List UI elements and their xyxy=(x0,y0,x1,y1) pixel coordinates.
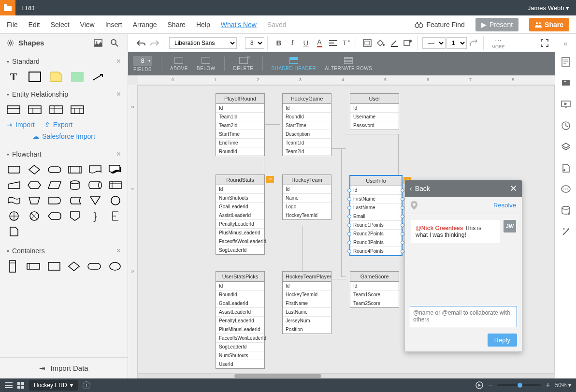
collapse-dock-button[interactable]: « xyxy=(555,37,576,50)
insert-below-button[interactable]: BELOW xyxy=(197,57,216,71)
menu-share[interactable]: Share xyxy=(168,21,186,29)
reply-button[interactable]: Reply xyxy=(488,334,517,347)
table-playoffround[interactable]: PlayoffRound Id Team1Id Team2Id StartTim… xyxy=(216,93,265,156)
zoom-out-button[interactable]: − xyxy=(488,381,492,390)
horizontal-scrollbar[interactable] xyxy=(138,374,555,378)
dock-present-icon[interactable] xyxy=(558,95,574,114)
dock-chat-icon[interactable] xyxy=(558,180,574,199)
shape-manual-input[interactable] xyxy=(7,180,21,190)
location-pin-icon[interactable] xyxy=(411,201,418,210)
shape-doc[interactable] xyxy=(88,164,102,175)
line-width-select[interactable]: 1 px xyxy=(446,37,467,49)
section-flowchart[interactable]: ▾ Flowchart × xyxy=(0,145,128,161)
shape-container-diamond[interactable] xyxy=(68,261,80,272)
table-gamescore[interactable]: GameScore Id Team1Score Team2Score xyxy=(350,271,399,308)
close-icon[interactable]: × xyxy=(116,150,121,159)
pointer-mode-icon[interactable] xyxy=(475,381,483,389)
shape-decision[interactable] xyxy=(27,164,42,175)
shape-sum[interactable] xyxy=(27,211,42,221)
import-data-button[interactable]: ⇥ Import Data xyxy=(0,357,128,378)
shape-lane-h[interactable] xyxy=(27,261,40,272)
search-icon[interactable] xyxy=(108,37,121,49)
shape-er-1[interactable] xyxy=(7,104,20,115)
dock-history-icon[interactable] xyxy=(558,116,574,135)
import-link[interactable]: ⇥Import xyxy=(7,121,35,129)
dock-data-icon[interactable] xyxy=(558,159,574,178)
fill-button[interactable] xyxy=(374,37,387,49)
section-er[interactable]: ▾ Entity Relationship × xyxy=(0,85,128,102)
shape-container-rect[interactable] xyxy=(48,261,60,272)
menu-edit[interactable]: Edit xyxy=(29,21,40,29)
table-userinfo[interactable]: ❝ UserInfo Id FirstName LastName Email R… xyxy=(350,175,402,256)
menu-arrange[interactable]: Arrange xyxy=(133,21,157,29)
shape-er-2[interactable] xyxy=(28,104,42,115)
menu-select[interactable]: Select xyxy=(51,21,70,29)
table-hockeygame[interactable]: HockeyGame Id RoundId StartTime Descript… xyxy=(282,93,331,156)
salesforce-import-link[interactable]: ☁Salesforce Import xyxy=(32,132,95,140)
line-style-select[interactable]: ─── xyxy=(422,37,446,49)
close-icon[interactable]: × xyxy=(116,247,121,255)
menu-whats-new[interactable]: What's New xyxy=(221,21,257,29)
line-color-button[interactable] xyxy=(388,37,401,49)
shape-brace[interactable]: } xyxy=(88,211,102,221)
alternate-rows-button[interactable]: ALTERNATE ROWS xyxy=(325,57,372,71)
dock-layers-icon[interactable] xyxy=(558,137,574,157)
zoom-slider[interactable] xyxy=(497,384,541,386)
zoom-level[interactable]: 50% ▾ xyxy=(555,382,571,389)
shape-style-button[interactable] xyxy=(402,37,414,49)
grid-view-icon[interactable] xyxy=(17,382,24,389)
document-title[interactable]: ERD xyxy=(15,4,40,12)
resolve-button[interactable]: Resolve xyxy=(493,202,516,209)
zoom-in-button[interactable]: + xyxy=(546,381,550,390)
italic-button[interactable]: I xyxy=(286,37,299,49)
menu-insert[interactable]: Insert xyxy=(105,21,122,29)
dock-magic-icon[interactable] xyxy=(558,222,574,242)
list-view-icon[interactable] xyxy=(5,382,13,389)
export-link[interactable]: ⇪Export xyxy=(44,121,72,129)
share-button[interactable]: Share xyxy=(529,18,569,31)
shape-or[interactable] xyxy=(7,211,21,221)
shape-hexagon[interactable] xyxy=(27,180,42,190)
back-button[interactable]: ‹ Back xyxy=(410,185,430,192)
dock-page-icon[interactable] xyxy=(558,52,574,72)
shape-outline-button[interactable] xyxy=(361,37,374,49)
close-icon[interactable]: × xyxy=(116,90,121,99)
fields-stepper[interactable]: 8 FIELDS xyxy=(133,56,152,72)
shape-text[interactable]: T xyxy=(7,72,20,82)
page-tab[interactable]: Hockey ERD▾ xyxy=(29,380,78,391)
line-shape-button[interactable] xyxy=(468,37,480,49)
menu-view[interactable]: View xyxy=(80,21,95,29)
comment-input[interactable] xyxy=(410,306,517,327)
shape-stored[interactable] xyxy=(68,195,82,206)
shape-paper[interactable] xyxy=(7,195,21,206)
comment-marker-icon[interactable]: ❝ xyxy=(266,176,274,183)
delete-field-button[interactable]: ✕DELETE xyxy=(233,57,254,71)
table-user[interactable]: User Id Username Password xyxy=(350,93,399,130)
shape-delay[interactable] xyxy=(47,195,62,206)
menu-file[interactable]: File xyxy=(7,21,18,29)
dock-comments-icon[interactable]: ❝ xyxy=(558,73,574,93)
shape-er-3[interactable] xyxy=(49,104,63,115)
shape-display[interactable] xyxy=(47,211,62,221)
table-userstatspicks[interactable]: UserStatsPicks Id RoundId GoalLeaderId A… xyxy=(216,271,265,369)
fullscreen-button[interactable] xyxy=(538,37,551,49)
font-size-select[interactable]: 8 pt xyxy=(245,37,264,49)
text-color-button[interactable]: A xyxy=(313,37,326,49)
shape-note[interactable] xyxy=(49,72,63,82)
undo-button[interactable] xyxy=(135,37,147,49)
section-containers[interactable]: ▾ Containers × xyxy=(0,242,128,258)
feature-find[interactable]: Feature Find xyxy=(415,21,464,29)
align-button[interactable] xyxy=(327,37,339,49)
table-hockeyteam[interactable]: HockeyTeam Id Name Logo HockeyTeamId xyxy=(282,174,331,220)
present-button[interactable]: ▶ Present xyxy=(475,18,518,31)
shape-internal[interactable] xyxy=(108,180,123,190)
close-icon[interactable]: × xyxy=(116,57,121,66)
shape-terminator[interactable] xyxy=(47,164,62,175)
shape-lane-v[interactable] xyxy=(7,261,19,272)
shape-manual[interactable] xyxy=(27,195,42,206)
dock-database-icon[interactable] xyxy=(558,201,574,220)
table-hockeyteamplayer[interactable]: HockeyTeamPlayer Id HockeyTeamId FirstNa… xyxy=(282,271,331,334)
add-page-button[interactable]: + xyxy=(83,381,90,389)
shape-connector[interactable] xyxy=(108,195,123,206)
shape-arrow[interactable] xyxy=(92,72,105,82)
